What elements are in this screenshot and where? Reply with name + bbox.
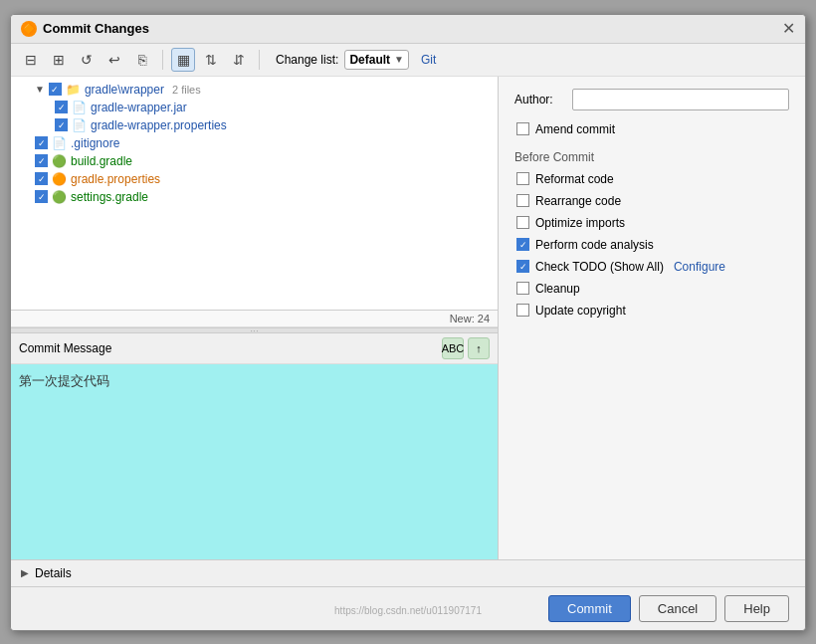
cleanup-label: Cleanup xyxy=(535,282,580,296)
folder-arrow-icon: ▼ xyxy=(35,84,45,95)
details-label: Details xyxy=(35,566,72,580)
file-name: gradle.properties xyxy=(71,172,160,186)
amend-label: Amend commit xyxy=(535,122,615,136)
properties-icon: 📄 xyxy=(72,118,87,132)
author-input[interactable] xyxy=(572,89,789,110)
properties-file-icon: 🟠 xyxy=(52,172,67,186)
refresh-button[interactable]: ↺ xyxy=(75,48,99,72)
amend-row: Amend commit xyxy=(514,122,789,136)
dialog-title: Commit Changes xyxy=(43,21,149,36)
option-cleanup: Cleanup xyxy=(514,282,789,296)
diff-button[interactable]: ⎘ xyxy=(130,48,154,72)
reformat-label: Reformat code xyxy=(535,172,614,186)
jar-icon: 📄 xyxy=(72,101,87,114)
move-left-button[interactable]: ⊟ xyxy=(19,48,43,72)
optimize-imports-label: Optimize imports xyxy=(535,216,625,230)
file-name: gradle-wrapper.properties xyxy=(91,118,227,132)
file-name: build.gradle xyxy=(71,154,132,168)
update-copyright-label: Update copyright xyxy=(535,304,626,318)
commit-changes-dialog: 🔶 Commit Changes ✕ ⊟ ⊞ ↺ ↩ ⎘ ▦ ⇅ ⇵ Chang… xyxy=(10,14,806,631)
commit-message-title: Commit Message xyxy=(19,341,111,355)
commit-message-input[interactable]: 第一次提交代码 xyxy=(11,364,498,559)
file-icon: 📄 xyxy=(52,136,67,150)
settings-icon: 🟢 xyxy=(52,190,67,204)
option-perform-analysis: Perform code analysis xyxy=(514,238,789,252)
toolbar-separator-2 xyxy=(259,50,260,70)
details-arrow-icon[interactable]: ▶ xyxy=(21,567,29,578)
sort-desc-button[interactable]: ⇵ xyxy=(227,48,251,72)
changelist-select[interactable]: Default ▼ xyxy=(344,50,409,70)
commit-msg-arrow-button[interactable]: ↑ xyxy=(468,337,490,359)
update-copyright-checkbox[interactable] xyxy=(516,304,529,317)
bottom-bar: Commit Cancel Help xyxy=(11,586,805,630)
author-label: Author: xyxy=(514,93,564,107)
select-all-button[interactable]: ▦ xyxy=(171,48,195,72)
spell-check-button[interactable]: ABC xyxy=(442,337,464,359)
check-todo-checkbox[interactable] xyxy=(516,260,529,273)
option-optimize-imports: Optimize imports xyxy=(514,216,789,230)
option-check-todo: Check TODO (Show All) Configure xyxy=(514,260,789,274)
perform-analysis-label: Perform code analysis xyxy=(535,238,654,252)
changelist-dropdown-icon[interactable]: ▼ xyxy=(394,54,404,65)
perform-analysis-checkbox[interactable] xyxy=(516,238,529,251)
toolbar-separator-1 xyxy=(162,50,163,70)
folder-icon: 📁 xyxy=(66,83,81,97)
option-reformat: Reformat code xyxy=(514,172,789,186)
help-button[interactable]: Help xyxy=(724,595,789,622)
option-rearrange: Rearrange code xyxy=(514,194,789,208)
list-item[interactable]: 🟢 build.gradle xyxy=(31,152,498,170)
commit-message-area: Commit Message ABC ↑ 第一次提交代码 xyxy=(11,333,498,559)
details-section: ▶ Details xyxy=(11,559,805,586)
commit-button[interactable]: Commit xyxy=(548,595,631,622)
changelist-label: Change list: xyxy=(276,53,338,67)
file-name: settings.gradle xyxy=(71,190,148,204)
title-bar: 🔶 Commit Changes ✕ xyxy=(11,15,805,44)
file-name: gradle\wrapper xyxy=(85,83,164,97)
title-bar-left: 🔶 Commit Changes xyxy=(21,21,149,37)
file-checkbox[interactable] xyxy=(35,154,48,167)
amend-checkbox[interactable] xyxy=(516,122,529,135)
before-commit-title: Before Commit xyxy=(514,150,789,164)
changelist-value: Default xyxy=(349,53,390,67)
list-item[interactable]: 📄 gradle-wrapper.properties xyxy=(51,116,498,134)
rearrange-checkbox[interactable] xyxy=(516,194,529,207)
commit-message-header: Commit Message ABC ↑ xyxy=(11,333,498,364)
gradle-icon: 🟢 xyxy=(52,154,67,168)
commit-message-tools: ABC ↑ xyxy=(442,337,490,359)
right-panel: Author: Amend commit Before Commit Refor… xyxy=(499,77,805,559)
sort-asc-button[interactable]: ⇅ xyxy=(199,48,223,72)
file-checkbox[interactable] xyxy=(55,101,68,113)
file-name: .gitignore xyxy=(71,136,119,150)
file-name: gradle-wrapper.jar xyxy=(91,101,187,114)
list-item[interactable]: 🟠 gradle.properties xyxy=(31,170,498,188)
list-item[interactable]: 📄 .gitignore xyxy=(31,134,498,152)
check-todo-label: Check TODO (Show All) xyxy=(535,260,664,274)
file-checkbox[interactable] xyxy=(35,172,48,185)
toolbar: ⊟ ⊞ ↺ ↩ ⎘ ▦ ⇅ ⇵ Change list: Default ▼ G… xyxy=(11,44,805,77)
file-checkbox[interactable] xyxy=(35,136,48,149)
file-count: 2 files xyxy=(172,84,201,96)
file-tree: ▼ 📁 gradle\wrapper 2 files 📄 gradle-wrap… xyxy=(11,77,498,312)
move-right-button[interactable]: ⊞ xyxy=(47,48,71,72)
option-update-copyright: Update copyright xyxy=(514,304,789,318)
left-panel: ▼ 📁 gradle\wrapper 2 files 📄 gradle-wrap… xyxy=(11,77,499,559)
cancel-button[interactable]: Cancel xyxy=(639,595,716,622)
dialog-icon: 🔶 xyxy=(21,21,37,37)
optimize-imports-checkbox[interactable] xyxy=(516,216,529,229)
list-item[interactable]: 📄 gradle-wrapper.jar xyxy=(51,99,498,116)
changelist-area: Change list: Default ▼ xyxy=(276,50,409,70)
reformat-checkbox[interactable] xyxy=(516,172,529,185)
author-row: Author: xyxy=(514,89,789,110)
file-checkbox[interactable] xyxy=(55,118,68,131)
file-checkbox[interactable] xyxy=(35,190,48,203)
configure-link[interactable]: Configure xyxy=(674,260,725,274)
rearrange-label: Rearrange code xyxy=(535,194,621,208)
main-content: ▼ 📁 gradle\wrapper 2 files 📄 gradle-wrap… xyxy=(11,77,805,559)
close-button[interactable]: ✕ xyxy=(782,21,795,37)
cleanup-checkbox[interactable] xyxy=(516,282,529,295)
file-checkbox[interactable] xyxy=(49,83,62,96)
git-link[interactable]: Git xyxy=(421,53,436,67)
undo-button[interactable]: ↩ xyxy=(102,48,126,72)
list-item[interactable]: 🟢 settings.gradle xyxy=(31,188,498,206)
list-item[interactable]: ▼ 📁 gradle\wrapper 2 files xyxy=(31,81,498,99)
